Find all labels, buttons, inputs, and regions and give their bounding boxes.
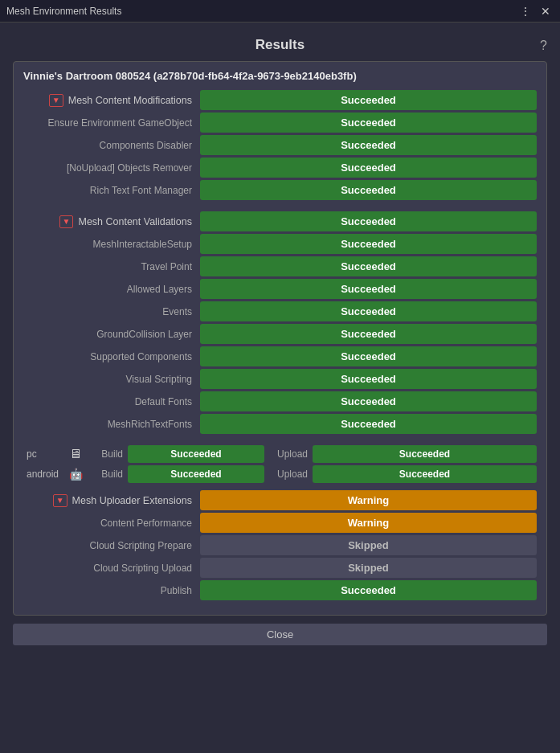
section-content-validations: ▼ Mesh Content Validations Succeeded Mes… — [23, 211, 537, 434]
row-cloud-scripting-prepare: Cloud Scripting Prepare Skipped — [23, 535, 537, 555]
platform-pc-upload-status: Succeeded — [313, 445, 537, 463]
platform-android-build-label: Build — [88, 469, 128, 480]
title-bar-title: Mesh Environment Results — [6, 6, 121, 17]
row-ground-collision: GroundCollision Layer Succeeded — [23, 324, 537, 344]
platform-pc-icon: 🖥 — [63, 447, 88, 461]
platform-pc-build-label: Build — [88, 448, 128, 460]
row-events: Events Succeeded — [23, 301, 537, 321]
title-bar: Mesh Environment Results ⋮ ✕ — [0, 0, 560, 23]
section-status-validations: Succeeded — [200, 211, 537, 231]
section-content-modifications: ▼ Mesh Content Modifications Succeeded E… — [23, 90, 537, 200]
help-icon[interactable]: ? — [540, 39, 547, 53]
collapse-content-modifications[interactable]: ▼ — [49, 94, 63, 107]
section-label-validations: Mesh Content Validations — [78, 216, 192, 227]
collapse-content-validations[interactable]: ▼ — [59, 215, 74, 228]
row-cloud-scripting-upload: Cloud Scripting Upload Skipped — [23, 558, 537, 578]
platform-pc-build-status: Succeeded — [128, 445, 264, 463]
row-components-disabler: Components Disabler Succeeded — [23, 135, 537, 155]
collapse-uploader-extensions[interactable]: ▼ — [53, 494, 67, 507]
row-content-performance: Content Performance Warning — [23, 513, 537, 533]
row-noupload-remover: [NoUpload] Objects Remover Succeeded — [23, 158, 537, 178]
section-uploader-extensions: ▼ Mesh Uploader Extensions Warning Conte… — [23, 490, 537, 600]
results-title: Results — [13, 37, 547, 53]
row-publish: Publish Succeeded — [23, 580, 537, 600]
row-visual-scripting: Visual Scripting Succeeded — [23, 369, 537, 389]
section-status-uploader: Warning — [200, 490, 537, 510]
platform-android-name: android — [23, 469, 63, 480]
platform-pc-upload-label: Upload — [264, 448, 313, 460]
title-bar-close-button[interactable]: ✕ — [538, 5, 554, 18]
section-status-modifications: Succeeded — [200, 90, 537, 110]
platform-android-upload-status: Succeeded — [313, 465, 537, 483]
section-label-uploader: Mesh Uploader Extensions — [72, 495, 192, 506]
row-default-fonts: Default Fonts Succeeded — [23, 391, 537, 411]
platform-android: android 🤖 Build Succeeded Upload Succeed… — [23, 465, 537, 483]
section-label-modifications: Mesh Content Modifications — [68, 95, 192, 106]
platform-pc-name: pc — [23, 448, 63, 460]
title-bar-menu-button[interactable]: ⋮ — [517, 5, 534, 18]
platform-android-upload-label: Upload — [264, 469, 313, 480]
env-title: Vinnie's Dartroom 080524 (a278b70d-fb64-… — [23, 70, 537, 82]
row-rich-text-font: Rich Text Font Manager Succeeded — [23, 180, 537, 200]
platform-android-build-status: Succeeded — [128, 465, 264, 483]
row-mesh-interactable: MeshInteractableSetup Succeeded — [23, 234, 537, 254]
close-button[interactable]: Close — [13, 624, 547, 645]
row-ensure-env: Ensure Environment GameObject Succeeded — [23, 113, 537, 133]
row-supported-components: Supported Components Succeeded — [23, 346, 537, 366]
platform-pc: pc 🖥 Build Succeeded Upload Succeeded — [23, 445, 537, 463]
row-allowed-layers: Allowed Layers Succeeded — [23, 279, 537, 299]
row-mesh-rich-text-fonts: MeshRichTextFonts Succeeded — [23, 414, 537, 434]
outer-card: Vinnie's Dartroom 080524 (a278b70d-fb64-… — [13, 61, 547, 616]
platform-android-icon: 🤖 — [63, 468, 88, 481]
row-travel-point: Travel Point Succeeded — [23, 256, 537, 276]
